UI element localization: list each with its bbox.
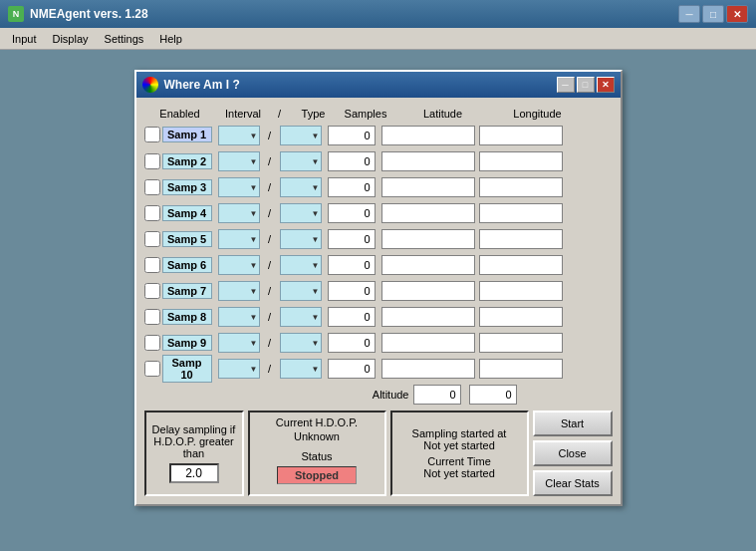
row-7-label: Samp 7 <box>162 283 212 299</box>
row-6-samples[interactable] <box>328 255 376 275</box>
row-8-longitude[interactable] <box>479 307 563 327</box>
row-2-longitude[interactable] <box>479 151 563 171</box>
row-3-latitude[interactable] <box>381 177 475 197</box>
desktop: Where Am I ? ─ □ ✕ Enabled Interval / Ty… <box>0 50 756 526</box>
hdop-delay-box: Delay sampling if H.D.O.P. greater than <box>144 411 244 496</box>
row-4-label: Samp 4 <box>162 205 212 221</box>
start-button[interactable]: Start <box>533 411 613 436</box>
row-6-interval-dropdown[interactable] <box>218 255 260 275</box>
sample-rows: Samp 1 / Sam <box>144 124 613 381</box>
status-label: Status <box>301 450 332 462</box>
row-9-latitude[interactable] <box>381 333 475 353</box>
menu-settings[interactable]: Settings <box>97 31 152 47</box>
row-10-checkbox[interactable] <box>144 361 160 377</box>
row-7-samples[interactable] <box>328 281 376 301</box>
row-4-checkbox[interactable] <box>144 205 160 221</box>
current-hdop-value: Unknown <box>294 430 340 442</box>
table-row: Samp 9 / <box>144 331 613 355</box>
row-2-samples[interactable] <box>328 151 376 171</box>
table-row: Samp 2 / <box>144 149 613 173</box>
close-button[interactable]: Close <box>533 440 613 466</box>
row-3-longitude[interactable] <box>479 177 563 197</box>
row-1-longitude[interactable] <box>479 126 563 145</box>
action-buttons: Start Close Clear Stats <box>533 411 613 496</box>
row-10-interval-dropdown[interactable] <box>218 359 260 379</box>
hdop-line1: Delay sampling if <box>152 423 236 435</box>
row-1-samples[interactable] <box>328 126 376 145</box>
row-2-interval-dropdown[interactable] <box>218 151 260 171</box>
row-7-interval-dropdown[interactable] <box>218 281 260 301</box>
row-6-checkbox[interactable] <box>144 257 160 273</box>
row-4-longitude[interactable] <box>479 203 563 223</box>
menu-input[interactable]: Input <box>4 31 44 47</box>
row-2-latitude[interactable] <box>381 151 475 171</box>
maximize-button[interactable]: □ <box>702 5 724 23</box>
app-window: N NMEAgent vers. 1.28 ─ □ ✕ Input Displa… <box>0 0 756 50</box>
row-5-type-dropdown[interactable] <box>280 229 322 249</box>
row-10-latitude[interactable] <box>381 359 475 379</box>
row-2-type-dropdown[interactable] <box>280 151 322 171</box>
row-7-checkbox[interactable] <box>144 283 160 299</box>
row-9-type-dropdown[interactable] <box>280 333 322 353</box>
clear-stats-button[interactable]: Clear Stats <box>533 470 613 496</box>
altitude-label: Altitude <box>373 389 409 401</box>
row-9-checkbox[interactable] <box>144 335 160 351</box>
altitude-input-2[interactable] <box>469 385 517 405</box>
row-8-type-dropdown[interactable] <box>280 307 322 327</box>
dialog-title-bar: Where Am I ? ─ □ ✕ <box>136 72 621 98</box>
row-8-interval-dropdown[interactable] <box>218 307 260 327</box>
close-app-button[interactable]: ✕ <box>726 5 748 23</box>
row-1-latitude[interactable] <box>381 126 475 145</box>
menu-help[interactable]: Help <box>151 31 190 47</box>
row-7-latitude[interactable] <box>381 281 475 301</box>
row-9-longitude[interactable] <box>479 333 563 353</box>
header-type: Type <box>289 108 339 120</box>
row-1-checkbox[interactable] <box>144 127 160 142</box>
row-4-samples[interactable] <box>328 203 376 223</box>
table-row: Samp 3 / <box>144 175 613 199</box>
row-5-samples[interactable] <box>328 229 376 249</box>
table-row: Samp 5 / <box>144 227 613 251</box>
row-1-interval-dropdown[interactable] <box>218 126 260 145</box>
row-4-type-dropdown[interactable] <box>280 203 322 223</box>
row-6-longitude[interactable] <box>479 255 563 275</box>
row-3-samples[interactable] <box>328 177 376 197</box>
row-7-type-dropdown[interactable] <box>280 281 322 301</box>
row-1-type-dropdown[interactable] <box>280 126 322 145</box>
row-2-checkbox[interactable] <box>144 153 160 169</box>
row-3-checkbox[interactable] <box>144 179 160 195</box>
row-8-samples[interactable] <box>328 307 376 327</box>
row-8-checkbox[interactable] <box>144 309 160 325</box>
current-hdop-label: Current H.D.O.P. <box>276 416 358 428</box>
row-3-interval-dropdown[interactable] <box>218 177 260 197</box>
row-4-interval-dropdown[interactable] <box>218 203 260 223</box>
app-title: NMEAgent vers. 1.28 <box>30 7 148 21</box>
row-5-longitude[interactable] <box>479 229 563 249</box>
row-10-longitude[interactable] <box>479 359 563 379</box>
row-6-latitude[interactable] <box>381 255 475 275</box>
row-10-type-dropdown[interactable] <box>280 359 322 379</box>
row-10-samples[interactable] <box>328 359 376 379</box>
row-6-type-dropdown[interactable] <box>280 255 322 275</box>
row-4-latitude[interactable] <box>381 203 475 223</box>
table-row: Samp 7 / <box>144 279 613 303</box>
row-5-latitude[interactable] <box>381 229 475 249</box>
menu-display[interactable]: Display <box>44 31 96 47</box>
dialog-close-button[interactable]: ✕ <box>597 77 615 93</box>
header-latitude: Latitude <box>393 108 493 120</box>
row-9-interval-dropdown[interactable] <box>218 333 260 353</box>
dialog-maximize-button[interactable]: □ <box>577 77 595 93</box>
dialog-content: Enabled Interval / Type Samples Latitude… <box>136 98 621 504</box>
minimize-button[interactable]: ─ <box>678 5 700 23</box>
altitude-input-1[interactable] <box>413 385 461 405</box>
dialog-minimize-button[interactable]: ─ <box>557 77 575 93</box>
row-5-interval-dropdown[interactable] <box>218 229 260 249</box>
row-7-longitude[interactable] <box>479 281 563 301</box>
row-3-type-dropdown[interactable] <box>280 177 322 197</box>
row-8-latitude[interactable] <box>381 307 475 327</box>
bottom-panel: Delay sampling if H.D.O.P. greater than … <box>144 411 613 496</box>
row-5-checkbox[interactable] <box>144 231 160 247</box>
row-9-samples[interactable] <box>328 333 376 353</box>
sampling-started-value: Not yet started <box>423 439 495 451</box>
hdop-value-input[interactable] <box>169 463 219 483</box>
